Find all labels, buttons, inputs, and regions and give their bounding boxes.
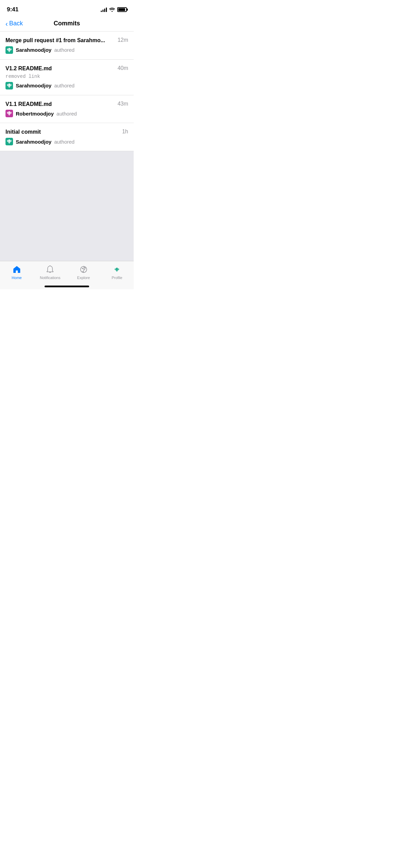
commit-header: Merge pull request #1 from Sarahmo... 12… bbox=[5, 37, 128, 44]
back-label: Back bbox=[9, 20, 23, 27]
commit-header: Initial commit 1h bbox=[5, 129, 128, 136]
commit-author: Sarahmoodjoy authored bbox=[5, 46, 128, 54]
tab-explore-label: Explore bbox=[77, 276, 90, 280]
commit-author: Robertmoodjoy authored bbox=[5, 110, 128, 117]
commit-item[interactable]: V1.1 README.md 43m Robertmoodjoy authore… bbox=[0, 95, 134, 123]
tab-profile[interactable]: Profile bbox=[100, 265, 134, 280]
tab-home[interactable]: Home bbox=[0, 265, 34, 280]
author-name: Sarahmoodjoy bbox=[16, 139, 51, 145]
author-name: Robertmoodjoy bbox=[16, 111, 54, 117]
tab-bar: Home Notifications Explore bbox=[0, 261, 134, 289]
avatar bbox=[5, 82, 13, 89]
author-role: authored bbox=[54, 83, 74, 88]
battery-icon bbox=[117, 7, 127, 12]
commit-header: V1.2 README.md 40m bbox=[5, 65, 128, 72]
commit-title: Initial commit bbox=[5, 129, 122, 136]
explore-icon bbox=[79, 265, 88, 274]
signal-icon bbox=[101, 7, 107, 12]
page-title: Commits bbox=[53, 20, 80, 27]
commit-item[interactable]: Merge pull request #1 from Sarahmo... 12… bbox=[0, 32, 134, 60]
commit-title: V1.1 README.md bbox=[5, 101, 118, 108]
commit-author: Sarahmoodjoy authored bbox=[5, 82, 128, 89]
author-role: authored bbox=[54, 47, 74, 53]
wifi-icon bbox=[109, 7, 115, 12]
commit-time: 40m bbox=[118, 65, 128, 71]
commit-title: Merge pull request #1 from Sarahmo... bbox=[5, 37, 118, 44]
commit-list: Merge pull request #1 from Sarahmo... 12… bbox=[0, 32, 134, 151]
commit-subtitle: removed link bbox=[5, 74, 128, 79]
tab-notifications[interactable]: Notifications bbox=[34, 265, 67, 280]
svg-line-3 bbox=[83, 270, 84, 272]
author-name: Sarahmoodjoy bbox=[16, 47, 51, 53]
avatar bbox=[5, 110, 13, 117]
commit-header: V1.1 README.md 43m bbox=[5, 101, 128, 108]
back-button[interactable]: ‹ Back bbox=[5, 20, 23, 27]
notifications-icon bbox=[45, 265, 55, 274]
tab-explore[interactable]: Explore bbox=[67, 265, 100, 280]
author-role: authored bbox=[54, 139, 74, 145]
commit-time: 12m bbox=[118, 37, 128, 43]
status-bar: 9:41 bbox=[0, 0, 134, 17]
back-chevron-icon: ‹ bbox=[5, 20, 8, 27]
commit-author: Sarahmoodjoy authored bbox=[5, 138, 128, 145]
navigation-bar: ‹ Back Commits bbox=[0, 17, 134, 32]
tab-home-label: Home bbox=[12, 276, 22, 280]
tab-notifications-label: Notifications bbox=[40, 276, 60, 280]
tab-profile-label: Profile bbox=[112, 276, 122, 280]
commit-item[interactable]: Initial commit 1h Sarahmoodjoy authored bbox=[0, 123, 134, 151]
author-name: Sarahmoodjoy bbox=[16, 83, 51, 88]
avatar bbox=[5, 138, 13, 145]
avatar bbox=[5, 46, 13, 54]
commit-time: 1h bbox=[122, 129, 128, 135]
home-icon bbox=[12, 265, 22, 274]
commit-item[interactable]: V1.2 README.md 40m removed link Sarahmoo… bbox=[0, 60, 134, 95]
commit-title: V1.2 README.md bbox=[5, 65, 118, 72]
profile-icon bbox=[112, 265, 122, 274]
home-bar bbox=[45, 286, 89, 287]
status-icons bbox=[101, 7, 127, 12]
commit-time: 43m bbox=[118, 101, 128, 107]
status-time: 9:41 bbox=[7, 6, 19, 13]
author-role: authored bbox=[57, 111, 77, 117]
